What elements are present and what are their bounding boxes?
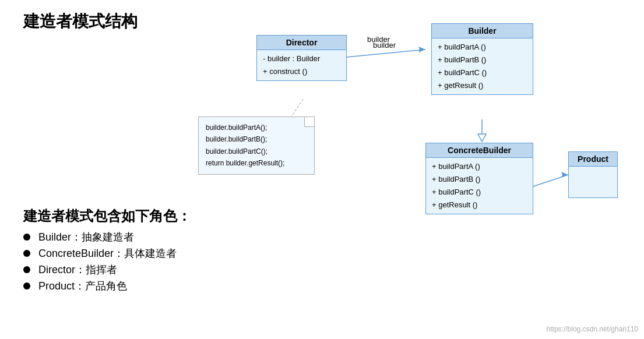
director-method: + construct ()	[263, 65, 340, 78]
bullet-desc-director: ：指挥者	[75, 263, 117, 277]
page: 建造者模式结构 builder	[0, 0, 644, 339]
product-class-body	[569, 167, 617, 171]
product-class-name: Product	[569, 152, 617, 167]
product-class-box: Product	[568, 151, 618, 198]
svg-line-8	[291, 99, 303, 116]
concrete-method-3: + buildPartC ()	[432, 186, 527, 199]
concrete-method-4: + getResult ()	[432, 199, 527, 211]
director-class-name: Director	[257, 36, 346, 50]
bullet-term-builder: Builder	[38, 231, 71, 243]
builder-class-name: Builder	[432, 24, 533, 38]
builder-method-2: + buildPartB ()	[438, 54, 527, 66]
note-line-2: builder.buildPartB();	[206, 133, 307, 145]
bullet-dot-builder	[23, 234, 30, 241]
association-label: builder	[367, 35, 390, 44]
bullet-dot-director	[23, 266, 30, 273]
builder-class-body: + buildPartA () + buildPartB () + buildP…	[432, 38, 533, 94]
director-attribute: - builder : Builder	[263, 52, 340, 65]
bullet-dot-concrete	[23, 250, 30, 257]
svg-marker-5	[478, 134, 486, 142]
bullet-dot-product	[23, 282, 30, 289]
svg-marker-7	[561, 172, 568, 178]
concrete-builder-class-body: + buildPartA () + buildPartB () + buildP…	[426, 158, 533, 214]
concrete-builder-class-name: ConcreteBuilder	[426, 143, 533, 158]
bullet-desc-builder: ：抽象建造者	[71, 230, 134, 244]
bottom-section: 建造者模式包含如下角色： Builder：抽象建造者 ConcreteBuild…	[23, 207, 191, 295]
builder-method-3: + buildPartC ()	[438, 66, 527, 79]
note-box: builder.buildPartA(); builder.buildPartB…	[198, 116, 315, 175]
bullet-term-director: Director	[38, 264, 75, 276]
director-class-box: Director - builder : Builder + construct…	[256, 35, 347, 81]
concrete-builder-class-box: ConcreteBuilder + buildPartA () + buildP…	[425, 143, 533, 214]
svg-line-6	[533, 175, 568, 186]
bullet-desc-concrete: ：具体建造者	[114, 246, 177, 260]
builder-method-1: + buildPartA ()	[438, 41, 527, 54]
uml-diagram: builder Director - builder : Builder + c…	[198, 17, 624, 245]
concrete-method-1: + buildPartA ()	[432, 160, 527, 173]
bullet-item-builder: Builder：抽象建造者	[23, 230, 191, 244]
page-title: 建造者模式结构	[23, 10, 138, 33]
concrete-method-2: + buildPartB ()	[432, 173, 527, 186]
builder-class-box: Builder + buildPartA () + buildPartB () …	[431, 23, 533, 95]
bullet-term-concrete: ConcreteBuilder	[38, 248, 114, 260]
bullet-list: Builder：抽象建造者 ConcreteBuilder：具体建造者 Dire…	[23, 230, 191, 293]
bullet-desc-product: ：产品角色	[75, 279, 127, 293]
svg-marker-2	[418, 47, 425, 52]
note-line-1: builder.buildPartA();	[206, 122, 307, 133]
director-class-body: - builder : Builder + construct ()	[257, 50, 346, 80]
bullet-term-product: Product	[38, 280, 75, 292]
watermark: https://blog.csdn.net/ghan110	[547, 325, 638, 333]
builder-method-4: + getResult ()	[438, 79, 527, 92]
bullet-item-concrete: ConcreteBuilder：具体建造者	[23, 246, 191, 260]
bullet-item-director: Director：指挥者	[23, 263, 191, 277]
bottom-title: 建造者模式包含如下角色：	[23, 207, 191, 225]
svg-line-0	[347, 50, 425, 57]
note-line-4: return builder.getResult();	[206, 157, 307, 169]
bullet-item-product: Product：产品角色	[23, 279, 191, 293]
note-line-3: builder.buildPartC();	[206, 146, 307, 157]
